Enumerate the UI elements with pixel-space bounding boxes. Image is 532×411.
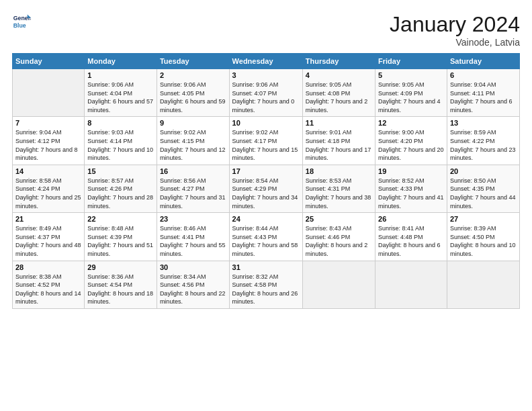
col-friday: Friday bbox=[375, 54, 447, 69]
logo-icon: General Blue bbox=[12, 12, 31, 31]
day-info: Sunrise: 8:34 AMSunset: 4:56 PMDaylight:… bbox=[160, 273, 226, 306]
table-row: 24Sunrise: 8:44 AMSunset: 4:43 PMDayligh… bbox=[229, 213, 302, 261]
title-block: January 2024 Vainode, Latvia bbox=[390, 12, 520, 48]
table-row bbox=[375, 261, 447, 308]
day-info: Sunrise: 8:52 AMSunset: 4:33 PMDaylight:… bbox=[378, 177, 444, 210]
col-saturday: Saturday bbox=[447, 54, 519, 69]
day-info: Sunrise: 9:01 AMSunset: 4:18 PMDaylight:… bbox=[306, 128, 372, 162]
day-number: 29 bbox=[87, 263, 154, 271]
table-row: 2Sunrise: 9:06 AMSunset: 4:05 PMDaylight… bbox=[157, 69, 229, 117]
header-row: Sunday Monday Tuesday Wednesday Thursday… bbox=[13, 54, 520, 69]
table-row bbox=[447, 261, 519, 308]
table-row: 11Sunrise: 9:01 AMSunset: 4:18 PMDayligh… bbox=[302, 117, 375, 165]
day-info: Sunrise: 9:05 AMSunset: 4:08 PMDaylight:… bbox=[306, 81, 372, 114]
day-number: 12 bbox=[378, 119, 444, 127]
table-row: 12Sunrise: 9:00 AMSunset: 4:20 PMDayligh… bbox=[375, 117, 447, 165]
table-row: 22Sunrise: 8:48 AMSunset: 4:39 PMDayligh… bbox=[85, 213, 157, 261]
day-info: Sunrise: 8:44 AMSunset: 4:43 PMDaylight:… bbox=[232, 224, 300, 258]
day-info: Sunrise: 8:43 AMSunset: 4:46 PMDaylight:… bbox=[306, 224, 372, 258]
day-info: Sunrise: 9:02 AMSunset: 4:15 PMDaylight:… bbox=[160, 128, 226, 162]
day-number: 5 bbox=[378, 71, 444, 79]
day-number: 28 bbox=[15, 263, 81, 271]
week-row-3: 14Sunrise: 8:58 AMSunset: 4:24 PMDayligh… bbox=[13, 165, 520, 212]
table-row: 13Sunrise: 8:59 AMSunset: 4:22 PMDayligh… bbox=[447, 117, 519, 165]
page: General Blue January 2024 Vainode, Latvi… bbox=[0, 0, 532, 411]
day-number: 22 bbox=[87, 215, 154, 223]
table-row: 29Sunrise: 8:36 AMSunset: 4:54 PMDayligh… bbox=[85, 261, 157, 308]
day-info: Sunrise: 8:48 AMSunset: 4:39 PMDaylight:… bbox=[87, 224, 154, 258]
day-number: 2 bbox=[160, 71, 226, 79]
svg-text:Blue: Blue bbox=[13, 22, 26, 29]
day-info: Sunrise: 9:02 AMSunset: 4:17 PMDaylight:… bbox=[232, 128, 300, 162]
day-info: Sunrise: 9:00 AMSunset: 4:20 PMDaylight:… bbox=[378, 128, 444, 162]
day-info: Sunrise: 8:58 AMSunset: 4:24 PMDaylight:… bbox=[15, 177, 81, 210]
day-info: Sunrise: 8:57 AMSunset: 4:26 PMDaylight:… bbox=[87, 177, 154, 210]
week-row-5: 28Sunrise: 8:38 AMSunset: 4:52 PMDayligh… bbox=[13, 261, 520, 308]
table-row: 20Sunrise: 8:50 AMSunset: 4:35 PMDayligh… bbox=[447, 165, 519, 212]
table-row: 26Sunrise: 8:41 AMSunset: 4:48 PMDayligh… bbox=[375, 213, 447, 261]
day-info: Sunrise: 9:06 AMSunset: 4:07 PMDaylight:… bbox=[232, 81, 300, 114]
table-row: 31Sunrise: 8:32 AMSunset: 4:58 PMDayligh… bbox=[229, 261, 302, 308]
table-row: 1Sunrise: 9:06 AMSunset: 4:04 PMDaylight… bbox=[85, 69, 157, 117]
table-row: 5Sunrise: 9:05 AMSunset: 4:09 PMDaylight… bbox=[375, 69, 447, 117]
day-number: 30 bbox=[160, 263, 226, 271]
day-number: 23 bbox=[160, 215, 226, 223]
day-number: 17 bbox=[232, 167, 300, 175]
day-number: 13 bbox=[450, 119, 517, 127]
week-row-1: 1Sunrise: 9:06 AMSunset: 4:04 PMDaylight… bbox=[13, 69, 520, 117]
table-row: 17Sunrise: 8:54 AMSunset: 4:29 PMDayligh… bbox=[229, 165, 302, 212]
col-tuesday: Tuesday bbox=[157, 54, 229, 69]
day-number: 8 bbox=[87, 119, 154, 127]
day-number: 20 bbox=[450, 167, 517, 175]
day-number: 11 bbox=[306, 119, 372, 127]
day-info: Sunrise: 8:59 AMSunset: 4:22 PMDaylight:… bbox=[450, 128, 517, 162]
table-row bbox=[13, 69, 85, 117]
day-number: 27 bbox=[450, 215, 517, 223]
day-info: Sunrise: 9:06 AMSunset: 4:05 PMDaylight:… bbox=[160, 81, 226, 114]
calendar: Sunday Monday Tuesday Wednesday Thursday… bbox=[12, 53, 520, 309]
table-row: 30Sunrise: 8:34 AMSunset: 4:56 PMDayligh… bbox=[157, 261, 229, 308]
table-row: 6Sunrise: 9:04 AMSunset: 4:11 PMDaylight… bbox=[447, 69, 519, 117]
day-number: 18 bbox=[306, 167, 372, 175]
day-info: Sunrise: 8:38 AMSunset: 4:52 PMDaylight:… bbox=[15, 273, 81, 306]
day-info: Sunrise: 9:04 AMSunset: 4:12 PMDaylight:… bbox=[15, 128, 81, 162]
col-wednesday: Wednesday bbox=[229, 54, 302, 69]
table-row bbox=[302, 261, 375, 308]
day-number: 1 bbox=[87, 71, 154, 79]
table-row: 19Sunrise: 8:52 AMSunset: 4:33 PMDayligh… bbox=[375, 165, 447, 212]
table-row: 21Sunrise: 8:49 AMSunset: 4:37 PMDayligh… bbox=[13, 213, 85, 261]
header: General Blue January 2024 Vainode, Latvi… bbox=[12, 12, 520, 48]
day-info: Sunrise: 9:03 AMSunset: 4:14 PMDaylight:… bbox=[87, 128, 154, 162]
day-number: 9 bbox=[160, 119, 226, 127]
day-number: 25 bbox=[306, 215, 372, 223]
day-number: 31 bbox=[232, 263, 300, 271]
day-number: 19 bbox=[378, 167, 444, 175]
day-number: 7 bbox=[15, 119, 81, 127]
day-info: Sunrise: 8:36 AMSunset: 4:54 PMDaylight:… bbox=[87, 273, 154, 306]
day-info: Sunrise: 8:32 AMSunset: 4:58 PMDaylight:… bbox=[232, 273, 300, 306]
table-row: 25Sunrise: 8:43 AMSunset: 4:46 PMDayligh… bbox=[302, 213, 375, 261]
day-info: Sunrise: 9:05 AMSunset: 4:09 PMDaylight:… bbox=[378, 81, 444, 114]
day-number: 3 bbox=[232, 71, 300, 79]
table-row: 8Sunrise: 9:03 AMSunset: 4:14 PMDaylight… bbox=[85, 117, 157, 165]
day-number: 4 bbox=[306, 71, 372, 79]
table-row: 9Sunrise: 9:02 AMSunset: 4:15 PMDaylight… bbox=[157, 117, 229, 165]
week-row-2: 7Sunrise: 9:04 AMSunset: 4:12 PMDaylight… bbox=[13, 117, 520, 165]
day-number: 10 bbox=[232, 119, 300, 127]
table-row: 7Sunrise: 9:04 AMSunset: 4:12 PMDaylight… bbox=[13, 117, 85, 165]
location: Vainode, Latvia bbox=[390, 37, 520, 48]
day-info: Sunrise: 8:49 AMSunset: 4:37 PMDaylight:… bbox=[15, 224, 81, 258]
table-row: 18Sunrise: 8:53 AMSunset: 4:31 PMDayligh… bbox=[302, 165, 375, 212]
day-info: Sunrise: 8:56 AMSunset: 4:27 PMDaylight:… bbox=[160, 177, 226, 210]
table-row: 4Sunrise: 9:05 AMSunset: 4:08 PMDaylight… bbox=[302, 69, 375, 117]
table-row: 23Sunrise: 8:46 AMSunset: 4:41 PMDayligh… bbox=[157, 213, 229, 261]
table-row: 14Sunrise: 8:58 AMSunset: 4:24 PMDayligh… bbox=[13, 165, 85, 212]
day-number: 14 bbox=[15, 167, 81, 175]
col-sunday: Sunday bbox=[13, 54, 85, 69]
day-info: Sunrise: 9:06 AMSunset: 4:04 PMDaylight:… bbox=[87, 81, 154, 114]
day-number: 6 bbox=[450, 71, 517, 79]
table-row: 15Sunrise: 8:57 AMSunset: 4:26 PMDayligh… bbox=[85, 165, 157, 212]
day-info: Sunrise: 9:04 AMSunset: 4:11 PMDaylight:… bbox=[450, 81, 517, 114]
week-row-4: 21Sunrise: 8:49 AMSunset: 4:37 PMDayligh… bbox=[13, 213, 520, 261]
day-number: 15 bbox=[87, 167, 154, 175]
